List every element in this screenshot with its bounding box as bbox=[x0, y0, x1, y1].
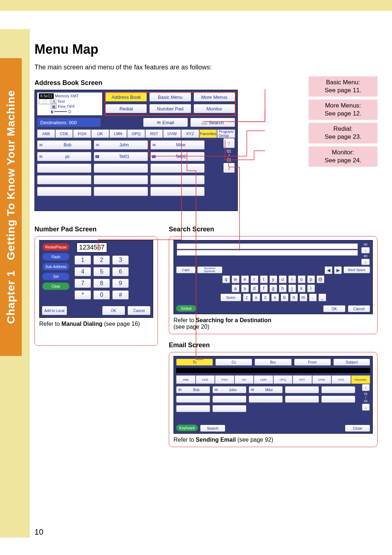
search-button[interactable]: 📖 Search bbox=[190, 118, 235, 127]
global-button[interactable]: Global bbox=[176, 305, 196, 312]
entry-pc[interactable]: ✉pc bbox=[37, 152, 91, 161]
email-search-button[interactable]: Search bbox=[200, 425, 225, 432]
subject-button[interactable]: Subject bbox=[333, 358, 370, 366]
close-button[interactable]: Close bbox=[345, 425, 370, 432]
cc-button[interactable]: Cc bbox=[215, 358, 252, 366]
key-8[interactable]: 8 bbox=[93, 279, 110, 288]
ok-button[interactable]: OK bbox=[102, 306, 125, 315]
entry-tel02[interactable]: ☎Tel02 bbox=[150, 152, 205, 161]
address-book-button[interactable]: Address Book bbox=[105, 92, 147, 102]
monitor-button[interactable]: Monitor bbox=[193, 104, 235, 113]
tab-lmn[interactable]: LMN bbox=[109, 129, 127, 138]
search-ok-button[interactable]: OK bbox=[323, 305, 346, 312]
ref-basic-menu: Basic Menu: See page 11. bbox=[309, 76, 377, 97]
set-button[interactable]: Set bbox=[42, 273, 69, 280]
email-field[interactable] bbox=[176, 368, 370, 373]
keyboard-row-2: asdfghjkl bbox=[176, 284, 370, 292]
redial-pause-button[interactable]: Redial/Pause bbox=[42, 243, 69, 251]
tab-opq[interactable]: OPQ bbox=[127, 129, 145, 138]
search-cancel-button[interactable]: Cancel bbox=[348, 305, 370, 312]
key-1[interactable]: 1 bbox=[74, 255, 91, 265]
contrast-id: D bbox=[68, 109, 71, 114]
key-4[interactable]: 4 bbox=[74, 267, 91, 276]
number-pad-callout: Redial/Pause Flash Sub-Address Set Clear… bbox=[34, 236, 158, 346]
numeric-symbols-button[interactable]: Numeric/ Symbols bbox=[197, 266, 222, 274]
entry-tel01[interactable]: ☎Tel01 bbox=[94, 152, 148, 161]
number-pad-label: Number Pad Screen bbox=[34, 226, 158, 233]
basic-menu-button[interactable]: Basic Menu bbox=[149, 92, 191, 102]
number-display: 1234567 bbox=[77, 243, 107, 252]
bcc-button[interactable]: Bcc bbox=[254, 358, 291, 366]
entry-john[interactable]: ✉John bbox=[94, 140, 148, 150]
tab-program-group[interactable]: Program/ Group bbox=[217, 129, 235, 138]
keyboard-button[interactable]: Keyboard bbox=[176, 425, 198, 431]
paper-size: 8.5x11 bbox=[39, 93, 54, 99]
ref-more-menus: More Menus: See page 12. bbox=[309, 100, 377, 120]
tab-xyz[interactable]: XYZ bbox=[181, 129, 199, 138]
entry-mike[interactable]: ✉Mike bbox=[150, 140, 205, 150]
email-scroll: ↑ 01/01 ↓ bbox=[362, 384, 370, 412]
reference-callouts: Basic Menu: See page 11. More Menus: See… bbox=[309, 76, 377, 170]
right-arrow-button[interactable]: ▶ bbox=[334, 266, 342, 274]
ref-redial: Redial: See page 23. bbox=[309, 123, 377, 143]
search-input-1[interactable] bbox=[177, 243, 358, 249]
key-9[interactable]: 9 bbox=[112, 279, 129, 288]
document-page: Chapter 1 Getting To Know Your Machine M… bbox=[0, 0, 392, 555]
flash-button[interactable]: Flash bbox=[42, 253, 69, 260]
key-hash[interactable]: # bbox=[112, 290, 129, 300]
scroll-up-button[interactable]: ↑ bbox=[223, 138, 235, 148]
top-bar bbox=[0, 0, 392, 11]
number-pad-section: Number Pad Screen Redial/Pause Flash Sub… bbox=[34, 226, 158, 447]
scroll-down-button[interactable]: ↓ bbox=[223, 163, 235, 173]
search-input-2[interactable] bbox=[177, 250, 358, 256]
key-0[interactable]: 0 bbox=[93, 290, 110, 300]
number-pad-button[interactable]: Number Pad bbox=[149, 104, 191, 113]
scroll-down-icon[interactable]: ↓ bbox=[361, 259, 370, 265]
lower-sections: Number Pad Screen Redial/Pause Flash Sub… bbox=[34, 226, 377, 447]
status-panel: 8.5x11 Memory XMT 📄 A Text ▦ Fine,TIFF ◐… bbox=[37, 92, 102, 116]
number-pad-screen: Redial/Pause Flash Sub-Address Set Clear… bbox=[39, 240, 153, 318]
quality-label: Text bbox=[57, 99, 65, 104]
address-book-section: Address Book Screen 8.5x11 Memory XMT 📄 … bbox=[34, 79, 238, 211]
mode-label: Memory XMT bbox=[55, 94, 79, 98]
caps-button[interactable]: Caps bbox=[176, 266, 196, 274]
to-button[interactable]: To bbox=[176, 358, 213, 366]
entry-blank bbox=[37, 163, 91, 173]
search-callout: 00 ↑ 00 ↓ Caps Numeric/ Symbols ◀ ▶ bbox=[169, 236, 377, 334]
sub-address-button[interactable]: Sub-Address bbox=[42, 263, 69, 270]
key-7[interactable]: 7 bbox=[74, 279, 91, 288]
search-caption: Refer to Searching for a Destination (se… bbox=[173, 317, 373, 330]
key-5[interactable]: 5 bbox=[93, 267, 110, 276]
scroll-position: 01/01 bbox=[227, 149, 231, 162]
clear-button[interactable]: Clear bbox=[42, 283, 69, 290]
space-button[interactable]: Space bbox=[220, 293, 241, 301]
number-pad-caption: Refer to Manual Dialing (see page 16) bbox=[39, 321, 153, 327]
tab-favorites[interactable]: Favorites bbox=[199, 129, 217, 138]
key-star[interactable]: * bbox=[74, 290, 91, 300]
page-number: 10 bbox=[34, 527, 43, 537]
more-menus-button[interactable]: More Menus bbox=[193, 92, 235, 102]
redial-button[interactable]: Redial bbox=[105, 104, 147, 113]
from-button[interactable]: From bbox=[294, 358, 331, 366]
tab-ijk[interactable]: IJK bbox=[91, 129, 109, 138]
keypad: 1 2 3 4 5 6 7 8 9 * 0 # bbox=[74, 255, 151, 300]
tab-ab[interactable]: #AB bbox=[37, 129, 55, 138]
tab-rst[interactable]: RST bbox=[145, 129, 163, 138]
right-column: Search Screen 00 ↑ 00 ↓ bbox=[169, 226, 377, 447]
left-arrow-button[interactable]: ◀ bbox=[324, 266, 332, 274]
cancel-button[interactable]: Cancel bbox=[127, 306, 151, 315]
key-6[interactable]: 6 bbox=[112, 267, 129, 276]
ref-monitor: Monitor: See page 24. bbox=[309, 146, 377, 167]
tab-fgh[interactable]: FGH bbox=[73, 129, 91, 138]
scroll-up-icon[interactable]: ↑ bbox=[361, 247, 370, 254]
entry-bob[interactable]: ✉Bob bbox=[37, 140, 91, 150]
backspace-button[interactable]: Back Space bbox=[343, 266, 370, 274]
tab-uvw[interactable]: UVW bbox=[163, 129, 181, 138]
keyboard-row-3: Space zxcvbnm._ bbox=[176, 293, 370, 301]
email-button[interactable]: ✉ Email bbox=[143, 118, 188, 127]
add-to-local-button[interactable]: Add to Local bbox=[42, 306, 67, 315]
tab-cde[interactable]: CDE bbox=[55, 129, 73, 138]
top-button-group: Address Book Basic Menu More Menus Redia… bbox=[105, 92, 235, 116]
key-3[interactable]: 3 bbox=[112, 255, 129, 265]
key-2[interactable]: 2 bbox=[93, 255, 110, 265]
